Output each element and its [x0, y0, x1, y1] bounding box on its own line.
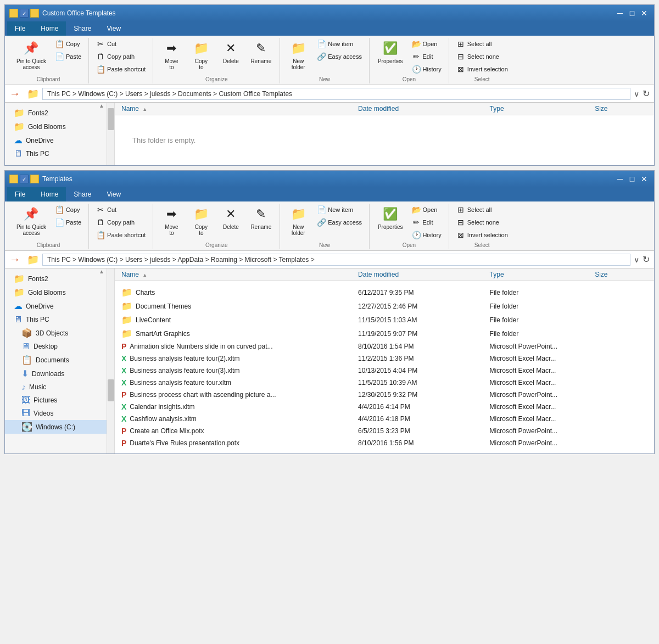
new-item-button-2[interactable]: 📄 New item	[314, 204, 365, 216]
address-refresh-2[interactable]: ↻	[643, 254, 650, 265]
sidebar-item-videos[interactable]: 🎞 Videos	[5, 407, 114, 420]
tab-view-2[interactable]: View	[99, 187, 129, 201]
invert-selection-button-1[interactable]: ⊠ Invert selection	[454, 63, 511, 75]
table-row[interactable]: 📁 LiveContent 11/15/2015 1:03 AM File fo…	[121, 313, 647, 327]
delete-button-2[interactable]: ✕ Delete	[217, 204, 244, 232]
table-row[interactable]: X Calendar insights.xltm 4/4/2016 4:14 P…	[121, 401, 647, 413]
pin-to-quick-access-button-2[interactable]: 📌 Pin to Quick access	[13, 204, 50, 238]
sidebar-item-pictures[interactable]: 🖼 Pictures	[5, 394, 114, 407]
select-all-button-1[interactable]: ⊞ Select all	[454, 38, 511, 50]
new-item-button-1[interactable]: 📄 New item	[314, 38, 365, 50]
table-row[interactable]: P Duarte's Five Rules presentation.potx …	[121, 437, 647, 449]
invert-selection-button-2[interactable]: ⊠ Invert selection	[454, 229, 511, 241]
paste-button-2[interactable]: 📄 Paste	[52, 216, 84, 228]
minimize-button-2[interactable]: ─	[615, 173, 626, 184]
minimize-button-1[interactable]: ─	[615, 8, 626, 19]
sidebar-item-documents[interactable]: 📋 Documents	[5, 353, 114, 367]
sidebar-item-onedrive-2[interactable]: ☁ OneDrive	[5, 299, 114, 313]
rename-button-1[interactable]: ✎ Rename	[247, 38, 275, 66]
table-row[interactable]: X Business analysis feature tour(2).xltm…	[121, 352, 647, 365]
sidebar-item-goldblooms-2[interactable]: 📁 Gold Blooms	[5, 285, 114, 299]
delete-button-1[interactable]: ✕ Delete	[217, 38, 244, 66]
cut-button-1[interactable]: ✂ Cut	[93, 38, 148, 50]
tab-home-2[interactable]: Home	[33, 187, 66, 201]
pin-to-quick-access-button-1[interactable]: 📌 Pin to Quick access	[13, 38, 50, 72]
col-header-size-1[interactable]: Size	[595, 105, 647, 113]
copy-path-button-2[interactable]: 🗒 Copy path	[93, 216, 148, 228]
col-header-name-2[interactable]: Name ▲	[121, 271, 358, 278]
rename-button-2[interactable]: ✎ Rename	[247, 204, 275, 232]
table-row[interactable]: 📁 Document Themes 12/27/2015 2:46 PM Fil…	[121, 299, 647, 313]
paste-button-1[interactable]: 📄 Paste	[52, 51, 84, 63]
col-header-type-1[interactable]: Type	[490, 105, 595, 113]
table-row[interactable]: 📁 SmartArt Graphics 11/19/2015 9:07 PM F…	[121, 327, 647, 340]
address-path-1[interactable]: This PC > Windows (C:) > Users > julesds…	[42, 88, 630, 100]
paste-icon-1: 📄	[55, 52, 64, 61]
select-none-button-2[interactable]: ⊟ Select none	[454, 216, 511, 228]
easy-access-button-2[interactable]: 🔗 Easy access	[314, 216, 365, 228]
tab-file-1[interactable]: File	[7, 21, 33, 36]
col-header-name-1[interactable]: Name ▲	[121, 105, 358, 113]
sidebar-item-music[interactable]: ♪ Music	[5, 380, 114, 394]
open-button-2[interactable]: 📂 Open	[409, 204, 444, 216]
sidebar-scrollbar-1[interactable]	[107, 103, 114, 165]
move-to-button-1[interactable]: ➡ Move to	[158, 38, 185, 72]
move-to-button-2[interactable]: ➡ Move to	[158, 204, 185, 238]
table-row[interactable]: X Business analysis feature tour.xltm 11…	[121, 377, 647, 389]
open-button-1[interactable]: 📂 Open	[409, 38, 444, 50]
close-button-1[interactable]: ✕	[639, 8, 650, 19]
tab-view-1[interactable]: View	[99, 21, 129, 36]
maximize-button-2[interactable]: □	[627, 173, 638, 184]
col-header-date-1[interactable]: Date modified	[358, 105, 490, 113]
sidebar-item-thispc-2[interactable]: 🖥 This PC	[5, 313, 114, 326]
close-button-2[interactable]: ✕	[639, 173, 650, 184]
sidebar-item-onedrive-1[interactable]: ☁ OneDrive	[5, 133, 114, 147]
history-button-2[interactable]: 🕑 History	[409, 229, 444, 241]
easy-access-button-1[interactable]: 🔗 Easy access	[314, 51, 365, 63]
table-row[interactable]: X Business analysis feature tour(3).xltm…	[121, 365, 647, 377]
tab-share-1[interactable]: Share	[66, 21, 99, 36]
address-refresh-1[interactable]: ↻	[643, 88, 650, 99]
table-row[interactable]: 📁 Charts 6/12/2017 9:35 PM File folder	[121, 285, 647, 299]
select-all-button-2[interactable]: ⊞ Select all	[454, 204, 511, 216]
sidebar-item-thispc-1[interactable]: 🖥 This PC	[5, 147, 114, 160]
col-header-type-2[interactable]: Type	[490, 271, 595, 278]
edit-button-1[interactable]: ✏ Edit	[409, 51, 444, 63]
paste-shortcut-button-1[interactable]: 📋 Paste shortcut	[93, 63, 148, 75]
properties-button-1[interactable]: ✅ Properties	[374, 38, 407, 66]
copy-to-button-1[interactable]: 📁 Copy to	[187, 38, 215, 72]
sidebar-item-fonts2-2[interactable]: 📁 Fonts2	[5, 272, 114, 285]
copy-path-button-1[interactable]: 🗒 Copy path	[93, 51, 148, 63]
cut-button-2[interactable]: ✂ Cut	[93, 204, 148, 216]
table-row[interactable]: X Cashflow analysis.xltm 4/4/2016 4:18 P…	[121, 413, 647, 425]
tab-home-1[interactable]: Home	[33, 21, 66, 36]
paste-shortcut-button-2[interactable]: 📋 Paste shortcut	[93, 229, 148, 241]
maximize-button-1[interactable]: □	[627, 8, 638, 19]
new-folder-button-2[interactable]: 📁 New folder	[284, 204, 312, 238]
sidebar-item-goldblooms-1[interactable]: 📁 Gold Blooms	[5, 120, 114, 133]
sidebar-item-3dobjects[interactable]: 📦 3D Objects	[5, 326, 114, 340]
edit-button-2[interactable]: ✏ Edit	[409, 216, 444, 228]
address-dropdown-1[interactable]: ∨	[634, 89, 639, 98]
copy-button-1[interactable]: 📋 Copy	[52, 38, 84, 50]
tab-file-2[interactable]: File	[7, 187, 33, 201]
sidebar-item-windows-c[interactable]: 💽 Windows (C:)	[5, 420, 114, 434]
tab-share-2[interactable]: Share	[66, 187, 99, 201]
properties-button-2[interactable]: ✅ Properties	[374, 204, 407, 232]
address-dropdown-2[interactable]: ∨	[634, 255, 639, 264]
sidebar-item-desktop[interactable]: 🖥 Desktop	[5, 340, 114, 353]
sidebar-item-fonts2-1[interactable]: 📁 Fonts2	[5, 106, 114, 120]
select-none-button-1[interactable]: ⊟ Select none	[454, 51, 511, 63]
copy-button-2[interactable]: 📋 Copy	[52, 204, 84, 216]
col-header-date-2[interactable]: Date modified	[358, 271, 490, 278]
sidebar-scrollbar-2[interactable]	[107, 268, 114, 453]
col-header-size-2[interactable]: Size	[595, 271, 647, 278]
table-row[interactable]: P Business process chart with ascending …	[121, 389, 647, 401]
table-row[interactable]: P Create an Office Mix.potx 6/5/2015 3:2…	[121, 425, 647, 437]
history-button-1[interactable]: 🕑 History	[409, 63, 444, 75]
new-folder-button-1[interactable]: 📁 New folder	[284, 38, 312, 72]
copy-to-button-2[interactable]: 📁 Copy to	[187, 204, 215, 238]
sidebar-item-downloads[interactable]: ⬇ Downloads	[5, 367, 114, 380]
table-row[interactable]: P Animation slide Numbers slide in on cu…	[121, 340, 647, 352]
address-path-2[interactable]: This PC > Windows (C:) > Users > julesds…	[42, 254, 630, 266]
